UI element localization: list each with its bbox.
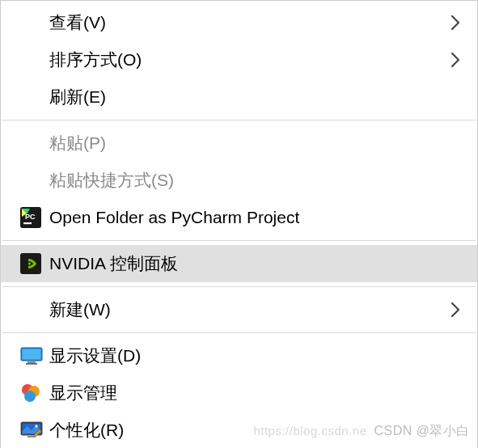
svg-rect-6 <box>23 349 41 360</box>
icon-slot-empty <box>20 49 49 71</box>
menu-item-label: 粘贴(P) <box>49 132 463 154</box>
menu-item-paste-shortcut: 粘贴快捷方式(S) <box>1 162 477 199</box>
icon-slot-empty <box>20 86 49 108</box>
menu-item-nvidia[interactable]: NVIDIA 控制面板 <box>1 245 477 282</box>
menu-item-paste: 粘贴(P) <box>1 125 477 162</box>
menu-item-label: 个性化(R) <box>49 419 463 442</box>
menu-item-label: 显示设置(D) <box>49 344 463 367</box>
menu-item-label: 排序方式(O) <box>49 49 448 71</box>
menu-separator <box>2 120 476 120</box>
icon-slot-empty <box>20 11 49 34</box>
menu-item-personalize[interactable]: 个性化(R) <box>1 412 477 448</box>
personalize-icon <box>20 419 49 442</box>
chevron-right-icon <box>448 15 463 31</box>
menu-item-label: NVIDIA 控制面板 <box>49 252 463 275</box>
menu-item-view[interactable]: 查看(V) <box>1 4 477 41</box>
svg-point-4 <box>28 262 31 264</box>
menu-item-display-management[interactable]: 显示管理 <box>1 374 477 412</box>
menu-item-sort[interactable]: 排序方式(O) <box>1 41 477 78</box>
menu-item-display-settings[interactable]: 显示设置(D) <box>1 337 477 374</box>
nvidia-icon <box>20 252 49 275</box>
chevron-right-icon <box>448 302 463 318</box>
svg-rect-7 <box>27 361 36 363</box>
menu-item-refresh[interactable]: 刷新(E) <box>1 78 477 116</box>
menu-item-label: Open Folder as PyCharm Project <box>49 208 463 227</box>
svg-text:PC: PC <box>25 213 36 221</box>
menu-item-pycharm[interactable]: PC Open Folder as PyCharm Project <box>1 199 477 236</box>
svg-rect-14 <box>27 436 36 437</box>
menu-item-label: 刷新(E) <box>49 86 463 108</box>
icon-slot-empty <box>20 298 49 321</box>
menu-item-label: 查看(V) <box>49 11 448 34</box>
display-management-icon <box>20 382 49 404</box>
svg-point-11 <box>24 391 36 402</box>
svg-rect-8 <box>26 363 37 365</box>
icon-slot-empty <box>20 132 49 154</box>
menu-separator <box>2 332 476 333</box>
desktop-context-menu: 查看(V) 排序方式(O) 刷新(E) 粘贴(P) 粘贴快捷方式(S) PC <box>0 0 478 448</box>
svg-point-13 <box>35 425 38 428</box>
menu-item-new[interactable]: 新建(W) <box>1 291 477 328</box>
chevron-right-icon <box>448 52 463 68</box>
menu-separator <box>2 240 476 241</box>
icon-slot-empty <box>20 169 49 192</box>
menu-item-label: 粘贴快捷方式(S) <box>49 169 463 192</box>
menu-separator <box>2 286 476 287</box>
menu-item-label: 显示管理 <box>49 382 463 404</box>
menu-item-label: 新建(W) <box>49 298 448 321</box>
display-settings-icon <box>20 344 49 367</box>
svg-rect-2 <box>23 222 32 224</box>
pycharm-icon: PC <box>20 206 49 229</box>
